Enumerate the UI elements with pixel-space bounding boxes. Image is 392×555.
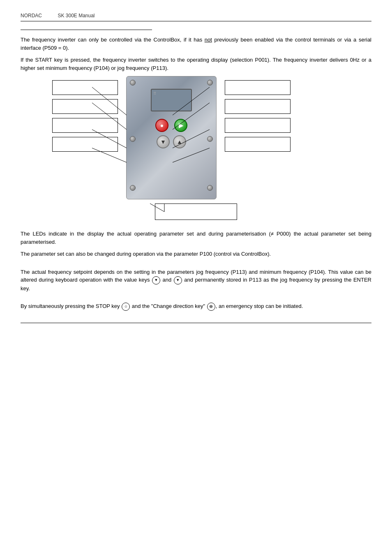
paragraph-1: The frequency inverter can only be contr…: [21, 36, 371, 52]
and-2: and: [184, 277, 193, 283]
label-box-left-4: [52, 137, 118, 152]
manual-title: SK 300E Manual: [58, 13, 95, 18]
page: NORDAC SK 300E Manual The frequency inve…: [0, 0, 392, 331]
screw-top-left: [130, 80, 136, 86]
label-box-right-2: [225, 99, 291, 114]
diagram-row: ⠿ ● ▶ ▼ ▲: [52, 76, 340, 199]
screw-bottom-left: [130, 185, 136, 191]
screw-mid-right: [207, 136, 213, 142]
diagram-wrapper: ⠿ ● ▶ ▼ ▲: [21, 76, 371, 220]
paragraph-3: The LEDs indicate in the display the act…: [21, 230, 371, 246]
stop-button[interactable]: ●: [155, 119, 168, 132]
nav-buttons[interactable]: ▼ ▲: [157, 135, 186, 148]
paragraph-2: If the START key is pressed, the frequen…: [21, 56, 371, 72]
device-buttons[interactable]: ● ▶: [155, 119, 187, 132]
device-screen: ⠿: [151, 89, 192, 111]
label-box-right-4: [225, 137, 291, 152]
start-button[interactable]: ▶: [174, 119, 187, 132]
label-box-right-3: [225, 118, 291, 133]
and-1: and: [163, 277, 172, 283]
value-key-up-icon: ▼: [174, 276, 182, 284]
direction-key-icon: ⊕: [207, 303, 215, 311]
value-key-down-icon: ▼: [152, 276, 160, 284]
stop-key-icon: ○: [122, 303, 130, 311]
screw-top-right: [207, 80, 213, 86]
footer-rule: [21, 323, 371, 323]
labels-right: [225, 80, 291, 152]
top-rule: [21, 30, 152, 30]
company-name: NORDAC: [21, 13, 42, 18]
up-button[interactable]: ▲: [173, 135, 186, 148]
device-container: ⠿ ● ▶ ▼ ▲: [122, 76, 221, 199]
screen-dots: ⠿: [153, 91, 156, 96]
screw-mid-left: [130, 136, 136, 142]
paragraph-4: The parameter set can also be changed du…: [21, 250, 371, 258]
label-box-left-1: [52, 80, 118, 95]
label-box-left-2: [52, 99, 118, 114]
paragraph-5: The actual frequency setpoint depends on…: [21, 268, 371, 293]
label-box-right-1: [225, 80, 291, 95]
labels-left: [52, 80, 118, 152]
screw-bottom-right: [207, 185, 213, 191]
paragraph-6: By simultaneously pressing the STOP key …: [21, 302, 371, 311]
label-box-bottom: [155, 204, 237, 220]
label-box-left-3: [52, 118, 118, 133]
bottom-label-row: [155, 204, 237, 220]
not-underline: not: [205, 37, 212, 43]
page-header: NORDAC SK 300E Manual: [21, 12, 371, 21]
device-image: ⠿ ● ▶ ▼ ▲: [126, 76, 217, 199]
down-button[interactable]: ▼: [157, 135, 170, 148]
header-separator: [47, 12, 53, 18]
